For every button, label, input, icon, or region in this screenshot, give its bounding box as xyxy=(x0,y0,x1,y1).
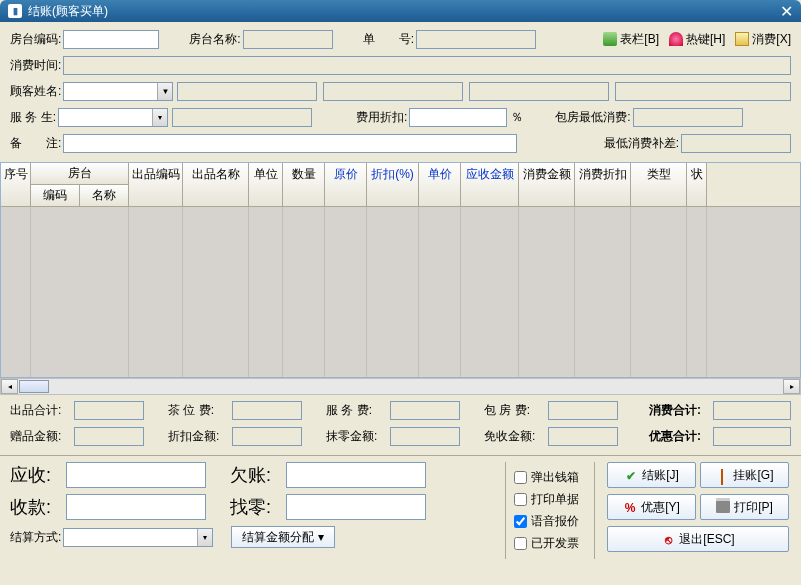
tabbar-button[interactable]: 表栏[B] xyxy=(603,31,659,48)
customer-extra2 xyxy=(469,82,609,101)
label-free-amt: 免收金额: xyxy=(484,428,546,445)
label-room-min: 包房最低消费: xyxy=(555,109,630,126)
change-input[interactable] xyxy=(286,494,426,520)
wipe-amt-input xyxy=(390,427,460,446)
customer-combo[interactable]: ▼ xyxy=(63,82,173,101)
actions-block: ✔结账[J] 挂账[G] %优惠[Y] 打印[P] ⎋退出[ESC] xyxy=(595,462,791,559)
alloc-button[interactable]: 结算金额分配 ▾ xyxy=(231,526,334,548)
col-unit[interactable]: 单位 xyxy=(249,163,283,206)
waiter-name-display xyxy=(172,108,312,127)
label-out-total: 出品合计: xyxy=(10,402,72,419)
free-amt-input xyxy=(548,427,618,446)
hotkey-icon xyxy=(669,32,683,46)
bill-no-input xyxy=(416,30,536,49)
label-method: 结算方式: xyxy=(10,529,61,546)
grid-header: 序号 房台 编码名称 出品编码 出品名称 单位 数量 原价 折扣(%) 单价 应… xyxy=(1,163,800,207)
col-seq[interactable]: 序号 xyxy=(1,163,31,206)
col-qty[interactable]: 数量 xyxy=(283,163,325,206)
label-remark: 备 注: xyxy=(10,135,61,152)
col-receivable[interactable]: 应收金额 xyxy=(461,163,519,206)
customer-extra3 xyxy=(615,82,791,101)
totals-area: 出品合计: 茶 位 费: 服 务 费: 包 房 费: 消费合计: 赠品金额: 折… xyxy=(0,395,801,455)
horizontal-scrollbar[interactable]: ◂ ▸ xyxy=(0,378,801,395)
exit-icon: ⎋ xyxy=(661,533,675,545)
label-room-code: 房台编码: xyxy=(10,31,61,48)
customer-extra1 xyxy=(323,82,463,101)
room-code-input[interactable] xyxy=(63,30,159,49)
guazhang-button[interactable]: 挂账[G] xyxy=(700,462,789,488)
col-orig-price[interactable]: 原价 xyxy=(325,163,367,206)
grid-body[interactable] xyxy=(1,207,800,377)
col-consume-amt[interactable]: 消费金额 xyxy=(519,163,575,206)
consume-total-input xyxy=(713,401,791,420)
window-title: 结账(顾客买单) xyxy=(28,3,108,20)
percent-label: ％ xyxy=(511,109,523,126)
label-customer: 顾客姓名: xyxy=(10,83,61,100)
app-icon: ▮ xyxy=(8,4,22,18)
payment-block: 应收: 欠账: 收款: 找零: 结算方式: ▾ 结算金额分配 ▾ xyxy=(10,462,505,559)
form-area: 房台编码: 房台名称: 单 号: 表栏[B] 热键[H] 消费[X] 消费时间:… xyxy=(0,22,801,162)
gift-amt-input xyxy=(74,427,144,446)
bottom-panel: 应收: 欠账: 收款: 找零: 结算方式: ▾ 结算金额分配 ▾ 弹出钱箱 打印… xyxy=(0,455,801,565)
items-grid: 序号 房台 编码名称 出品编码 出品名称 单位 数量 原价 折扣(%) 单价 应… xyxy=(0,162,801,378)
grid-icon xyxy=(603,32,617,46)
cashbox-check[interactable]: 弹出钱箱 xyxy=(514,469,586,486)
col-discount[interactable]: 折扣(%) xyxy=(367,163,419,206)
col-price[interactable]: 单价 xyxy=(419,163,461,206)
label-room-name: 房台名称: xyxy=(189,31,240,48)
label-bill-no: 单 号: xyxy=(363,31,414,48)
scroll-left-button[interactable]: ◂ xyxy=(1,379,18,394)
hotkey-button[interactable]: 热键[H] xyxy=(669,31,725,48)
label-disc-amt: 折扣金额: xyxy=(168,428,230,445)
receivable-input[interactable] xyxy=(66,462,206,488)
invoiced-check[interactable]: 已开发票 xyxy=(514,535,586,552)
col-type[interactable]: 类型 xyxy=(631,163,687,206)
disc-amt-input xyxy=(232,427,302,446)
pref-button[interactable]: %优惠[Y] xyxy=(607,494,696,520)
label-collect: 收款: xyxy=(10,495,66,519)
hook-icon xyxy=(715,469,729,481)
chevron-down-icon: ▼ xyxy=(157,83,172,100)
label-min-diff: 最低消费补差: xyxy=(604,135,679,152)
label-waiter: 服 务 生: xyxy=(10,109,56,126)
voice-check[interactable]: 语音报价 xyxy=(514,513,586,530)
col-room[interactable]: 房台 编码名称 xyxy=(31,163,129,206)
col-consume-disc[interactable]: 消费折扣 xyxy=(575,163,631,206)
room-fee-input xyxy=(548,401,618,420)
exit-button[interactable]: ⎋退出[ESC] xyxy=(607,526,789,552)
fee-discount-input[interactable] xyxy=(409,108,507,127)
scroll-right-button[interactable]: ▸ xyxy=(783,379,800,394)
col-tail[interactable]: 状 xyxy=(687,163,707,206)
note-icon xyxy=(735,32,749,46)
label-owe: 欠账: xyxy=(230,463,286,487)
printer-icon xyxy=(716,501,730,513)
chevron-down-icon: ▾ xyxy=(197,529,212,546)
printbill-check[interactable]: 打印单据 xyxy=(514,491,586,508)
label-room-fee: 包 房 费: xyxy=(484,402,546,419)
settle-button[interactable]: ✔结账[J] xyxy=(607,462,696,488)
remark-input[interactable] xyxy=(63,134,517,153)
consume-time-input xyxy=(63,56,791,75)
consume-button[interactable]: 消费[X] xyxy=(735,31,791,48)
label-pref-total: 优惠合计: xyxy=(649,428,711,445)
customer-name-display xyxy=(177,82,317,101)
service-fee-input xyxy=(390,401,460,420)
print-button[interactable]: 打印[P] xyxy=(700,494,789,520)
label-consume-time: 消费时间: xyxy=(10,57,61,74)
close-icon[interactable]: ✕ xyxy=(780,2,793,21)
method-combo[interactable]: ▾ xyxy=(63,528,213,547)
label-fee-discount: 费用折扣: xyxy=(356,109,407,126)
min-diff-input xyxy=(681,134,791,153)
collect-input[interactable] xyxy=(66,494,206,520)
owe-input[interactable] xyxy=(286,462,426,488)
col-out-code[interactable]: 出品编码 xyxy=(129,163,183,206)
waiter-combo[interactable]: ▾ xyxy=(58,108,168,127)
options-block: 弹出钱箱 打印单据 语音报价 已开发票 xyxy=(505,462,595,559)
label-tea-fee: 茶 位 费: xyxy=(168,402,230,419)
label-gift-amt: 赠品金额: xyxy=(10,428,72,445)
label-receivable-big: 应收: xyxy=(10,463,66,487)
col-out-name[interactable]: 出品名称 xyxy=(183,163,249,206)
percent-icon: % xyxy=(623,501,637,513)
scroll-thumb[interactable] xyxy=(19,380,49,393)
label-change: 找零: xyxy=(230,495,286,519)
